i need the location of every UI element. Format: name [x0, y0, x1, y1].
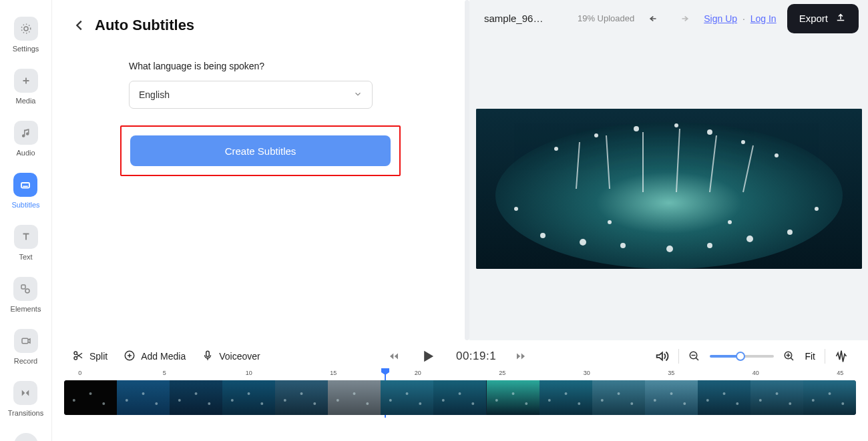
timeline-thumbnail[interactable] — [222, 380, 275, 415]
shapes-icon — [13, 277, 37, 301]
svg-point-24 — [815, 207, 819, 211]
sidebar-item-text[interactable]: Text — [14, 225, 38, 261]
svg-rect-33 — [64, 380, 117, 415]
svg-point-20 — [707, 243, 712, 248]
svg-point-78 — [654, 399, 656, 402]
svg-point-17 — [580, 239, 586, 246]
svg-point-68 — [525, 402, 527, 405]
svg-point-38 — [126, 399, 128, 402]
signup-link[interactable]: Sign Up — [704, 13, 737, 24]
sidebar-item-label: Settings — [13, 45, 39, 53]
timeline: 051015202530354045 — [52, 368, 868, 422]
timeline-track[interactable] — [64, 380, 856, 415]
svg-rect-81 — [698, 380, 750, 415]
timeline-thumbnail[interactable] — [750, 380, 803, 415]
sidebar-item-elements[interactable]: Elements — [11, 277, 41, 313]
ruler-tick: 5 — [163, 370, 166, 376]
sidebar-item-help[interactable] — [14, 433, 38, 441]
svg-point-48 — [261, 402, 264, 405]
svg-point-46 — [231, 399, 234, 402]
svg-point-11 — [634, 126, 639, 131]
sidebar-item-media[interactable]: Media — [14, 69, 38, 105]
sidebar-item-label: Text — [19, 253, 32, 261]
export-button-label: Export — [799, 13, 828, 24]
svg-rect-41 — [170, 380, 222, 415]
play-button[interactable] — [419, 347, 437, 366]
svg-point-52 — [314, 402, 316, 405]
svg-point-66 — [495, 399, 497, 402]
sidebar-item-record[interactable]: Record — [14, 329, 38, 365]
back-button[interactable] — [72, 18, 87, 33]
left-panel: Auto Subtitles What language is being sp… — [52, 0, 469, 340]
svg-point-88 — [789, 402, 791, 405]
export-button[interactable]: Export — [787, 4, 859, 33]
video-preview[interactable] — [476, 109, 862, 269]
highlight-box: Create Subtitles — [120, 125, 401, 176]
auth-separator: · — [740, 13, 748, 24]
camera-icon — [14, 329, 38, 353]
timeline-thumbnail[interactable] — [381, 380, 433, 415]
zoom-in-button[interactable] — [783, 350, 795, 362]
undo-button[interactable] — [645, 9, 664, 28]
timeline-thumbnail[interactable] — [117, 380, 170, 415]
svg-rect-57 — [381, 380, 433, 415]
ruler-tick: 0 — [78, 370, 81, 376]
redo-button[interactable] — [674, 9, 693, 28]
svg-rect-53 — [328, 380, 381, 415]
svg-point-62 — [442, 399, 445, 402]
add-media-label: Add Media — [141, 351, 186, 362]
svg-point-60 — [419, 402, 422, 405]
svg-point-86 — [759, 399, 762, 402]
timeline-thumbnail[interactable] — [592, 380, 645, 415]
zoom-out-button[interactable] — [688, 350, 700, 362]
svg-point-59 — [406, 392, 409, 395]
svg-point-91 — [828, 392, 831, 395]
timecode: 00:19:1 — [456, 350, 496, 363]
voiceover-button[interactable]: Voiceover — [202, 350, 260, 364]
language-select[interactable]: English — [129, 81, 373, 109]
svg-point-56 — [367, 402, 369, 405]
sidebar-item-subtitles[interactable]: Subtitles — [11, 173, 39, 209]
svg-point-18 — [620, 243, 626, 248]
svg-rect-37 — [117, 380, 170, 415]
svg-point-26 — [728, 220, 732, 224]
svg-point-15 — [775, 153, 779, 157]
voiceover-label: Voiceover — [219, 351, 260, 362]
sidebar-item-audio[interactable]: Audio — [14, 121, 38, 157]
fit-button[interactable]: Fit — [805, 351, 815, 362]
rewind-button[interactable] — [388, 350, 400, 362]
add-media-button[interactable]: Add Media — [124, 350, 186, 364]
timeline-ruler[interactable]: 051015202530354045 — [64, 370, 856, 380]
zoom-slider-handle[interactable] — [736, 352, 745, 361]
plus-circle-icon — [124, 350, 136, 364]
svg-point-44 — [208, 402, 210, 405]
timeline-thumbnail[interactable] — [539, 380, 592, 415]
login-link[interactable]: Log In — [750, 13, 777, 24]
zoom-slider[interactable] — [710, 355, 774, 358]
split-button[interactable]: Split — [72, 350, 107, 364]
timeline-thumbnail[interactable] — [433, 380, 486, 415]
svg-point-75 — [617, 392, 620, 395]
timeline-thumbnail[interactable] — [698, 380, 750, 415]
timeline-thumbnail[interactable] — [645, 380, 698, 415]
svg-point-50 — [284, 399, 286, 402]
timeline-thumbnail[interactable] — [328, 380, 381, 415]
microphone-icon — [202, 350, 214, 364]
sidebar-item-transitions[interactable]: Transitions — [8, 381, 43, 417]
sidebar-item-settings[interactable]: Settings — [13, 17, 39, 53]
waveform-button[interactable] — [835, 350, 848, 363]
forward-button[interactable] — [515, 350, 527, 362]
svg-rect-69 — [539, 380, 592, 415]
timeline-toolbar: Split Add Media Voiceover 00:19:1 — [52, 340, 868, 368]
timeline-thumbnail[interactable] — [487, 380, 539, 415]
timeline-thumbnail[interactable] — [275, 380, 328, 415]
timeline-thumbnail[interactable] — [64, 380, 117, 415]
volume-button[interactable] — [654, 349, 669, 364]
svg-point-0 — [24, 27, 28, 31]
svg-point-92 — [841, 402, 844, 405]
create-subtitles-button[interactable]: Create Subtitles — [130, 135, 391, 166]
timeline-thumbnail[interactable] — [803, 380, 856, 415]
gear-icon — [14, 17, 38, 41]
svg-rect-49 — [275, 380, 328, 415]
timeline-thumbnail[interactable] — [170, 380, 222, 415]
